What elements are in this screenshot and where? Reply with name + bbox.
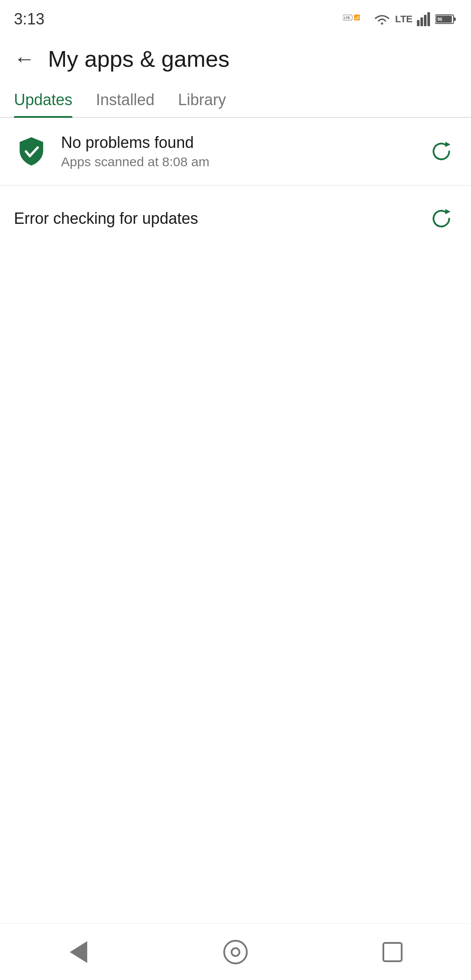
lte-icon: LTE 📶 bbox=[343, 10, 369, 28]
status-bar: 3:13 LTE 📶 LTE bbox=[0, 0, 471, 35]
tab-library[interactable]: Library bbox=[178, 91, 236, 117]
home-circle-icon bbox=[223, 940, 248, 964]
status-icons: LTE 📶 LTE 96 bbox=[343, 10, 457, 28]
status-time: 3:13 bbox=[14, 10, 44, 28]
page-title: My apps & games bbox=[48, 46, 229, 72]
header: ← My apps & games bbox=[0, 35, 471, 83]
lte-label-2: LTE bbox=[395, 14, 413, 25]
svg-rect-8 bbox=[454, 17, 456, 21]
svg-rect-6 bbox=[427, 12, 430, 26]
error-refresh-button[interactable] bbox=[426, 203, 457, 234]
battery-icon: 96 bbox=[435, 13, 457, 25]
error-row: Error checking for updates bbox=[0, 185, 471, 252]
svg-rect-4 bbox=[420, 17, 423, 26]
nav-bar bbox=[0, 923, 471, 980]
svg-rect-5 bbox=[424, 15, 427, 26]
tab-updates[interactable]: Updates bbox=[14, 91, 83, 117]
svg-marker-11 bbox=[445, 142, 451, 147]
error-message: Error checking for updates bbox=[14, 209, 426, 228]
tabs-container: Updates Installed Library bbox=[0, 83, 471, 118]
security-text: No problems found Apps scanned at 8:08 a… bbox=[61, 134, 426, 169]
nav-back-button[interactable] bbox=[57, 930, 100, 974]
svg-rect-3 bbox=[417, 20, 420, 26]
nav-home-button[interactable] bbox=[214, 930, 257, 974]
signal-icon bbox=[416, 11, 432, 27]
svg-marker-12 bbox=[445, 209, 451, 214]
security-title: No problems found bbox=[61, 134, 426, 152]
shield-icon bbox=[14, 134, 49, 169]
tab-installed[interactable]: Installed bbox=[96, 91, 165, 117]
back-triangle-icon bbox=[70, 941, 87, 963]
security-refresh-button[interactable] bbox=[426, 136, 457, 167]
svg-text:LTE: LTE bbox=[344, 16, 350, 20]
wifi-icon bbox=[372, 11, 392, 27]
security-row: No problems found Apps scanned at 8:08 a… bbox=[0, 118, 471, 185]
security-subtitle: Apps scanned at 8:08 am bbox=[61, 154, 426, 169]
svg-text:📶: 📶 bbox=[354, 14, 360, 21]
back-button[interactable]: ← bbox=[14, 48, 35, 69]
svg-text:96: 96 bbox=[437, 17, 443, 22]
recents-square-icon bbox=[382, 942, 403, 962]
nav-recents-button[interactable] bbox=[371, 930, 414, 974]
